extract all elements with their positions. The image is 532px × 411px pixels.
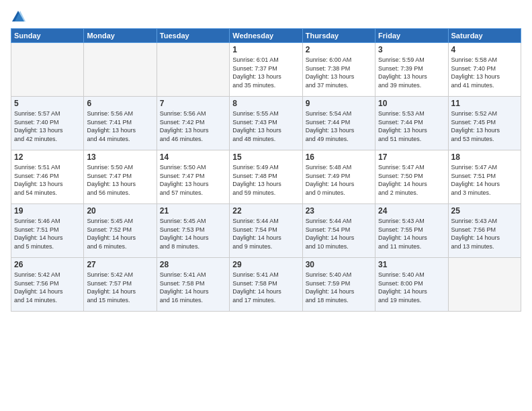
day-number: 25 [451, 206, 518, 216]
day-info: Sunrise: 6:00 AM Sunset: 7:38 PM Dayligh… [306, 56, 372, 89]
calendar-day-cell: 30Sunrise: 5:40 AM Sunset: 7:59 PM Dayli… [302, 258, 375, 312]
calendar-day-cell: 15Sunrise: 5:49 AM Sunset: 7:48 PM Dayli… [230, 150, 302, 204]
calendar-day-cell: 22Sunrise: 5:44 AM Sunset: 7:54 PM Dayli… [230, 204, 302, 258]
calendar-day-cell: 3Sunrise: 5:59 AM Sunset: 7:39 PM Daylig… [375, 43, 448, 97]
day-info: Sunrise: 5:42 AM Sunset: 7:56 PM Dayligh… [14, 271, 81, 304]
calendar-day-cell: 14Sunrise: 5:50 AM Sunset: 7:47 PM Dayli… [157, 150, 229, 204]
calendar-table: SundayMondayTuesdayWednesdayThursdayFrid… [11, 28, 521, 312]
day-number: 28 [160, 260, 226, 269]
day-info: Sunrise: 5:41 AM Sunset: 7:58 PM Dayligh… [160, 271, 226, 304]
day-number: 19 [14, 206, 81, 216]
day-number: 29 [232, 260, 299, 269]
day-info: Sunrise: 5:57 AM Sunset: 7:40 PM Dayligh… [14, 109, 81, 143]
calendar-day-cell: 27Sunrise: 5:42 AM Sunset: 7:57 PM Dayli… [84, 258, 157, 312]
day-number: 31 [378, 260, 445, 269]
day-info: Sunrise: 5:44 AM Sunset: 7:54 PM Dayligh… [306, 217, 372, 250]
calendar-day-cell: 4Sunrise: 5:58 AM Sunset: 7:40 PM Daylig… [448, 43, 521, 97]
logo-area [11, 8, 28, 24]
day-info: Sunrise: 5:54 AM Sunset: 7:44 PM Dayligh… [306, 109, 372, 143]
calendar-day-cell: 28Sunrise: 5:41 AM Sunset: 7:58 PM Dayli… [157, 258, 229, 312]
day-info: Sunrise: 5:43 AM Sunset: 7:56 PM Dayligh… [451, 217, 518, 250]
day-info: Sunrise: 5:47 AM Sunset: 7:51 PM Dayligh… [451, 163, 518, 197]
calendar-week-row: 1Sunrise: 6:01 AM Sunset: 7:37 PM Daylig… [11, 43, 521, 97]
calendar-day-cell: 16Sunrise: 5:48 AM Sunset: 7:49 PM Dayli… [302, 150, 375, 204]
day-number: 23 [306, 206, 372, 216]
day-info: Sunrise: 5:45 AM Sunset: 7:53 PM Dayligh… [160, 217, 226, 250]
calendar-day-cell: 20Sunrise: 5:45 AM Sunset: 7:52 PM Dayli… [84, 204, 157, 258]
day-number: 18 [451, 152, 518, 162]
calendar-day-header: Thursday [302, 29, 375, 43]
calendar-day-cell: 11Sunrise: 5:52 AM Sunset: 7:45 PM Dayli… [448, 97, 521, 150]
day-info: Sunrise: 5:56 AM Sunset: 7:42 PM Dayligh… [160, 109, 226, 143]
day-info: Sunrise: 5:50 AM Sunset: 7:47 PM Dayligh… [160, 163, 226, 197]
calendar-day-header: Monday [84, 29, 157, 43]
day-info: Sunrise: 5:47 AM Sunset: 7:50 PM Dayligh… [378, 163, 445, 197]
day-number: 7 [160, 99, 226, 108]
day-info: Sunrise: 6:01 AM Sunset: 7:37 PM Dayligh… [232, 56, 299, 89]
day-info: Sunrise: 5:56 AM Sunset: 7:41 PM Dayligh… [87, 109, 153, 143]
calendar-day-cell: 23Sunrise: 5:44 AM Sunset: 7:54 PM Dayli… [302, 204, 375, 258]
day-info: Sunrise: 5:58 AM Sunset: 7:40 PM Dayligh… [451, 56, 518, 89]
day-number: 11 [451, 99, 518, 108]
day-number: 15 [232, 152, 299, 162]
calendar-day-cell: 10Sunrise: 5:53 AM Sunset: 7:44 PM Dayli… [375, 97, 448, 150]
day-info: Sunrise: 5:59 AM Sunset: 7:39 PM Dayligh… [378, 56, 445, 89]
day-info: Sunrise: 5:52 AM Sunset: 7:45 PM Dayligh… [451, 109, 518, 143]
calendar-day-cell [157, 43, 229, 97]
calendar-day-cell: 12Sunrise: 5:51 AM Sunset: 7:46 PM Dayli… [11, 150, 84, 204]
day-info: Sunrise: 5:41 AM Sunset: 7:58 PM Dayligh… [232, 271, 299, 304]
day-number: 24 [378, 206, 445, 216]
day-number: 17 [378, 152, 445, 162]
day-info: Sunrise: 5:45 AM Sunset: 7:52 PM Dayligh… [87, 217, 153, 250]
day-number: 21 [160, 206, 226, 216]
header [11, 8, 521, 24]
calendar-week-row: 12Sunrise: 5:51 AM Sunset: 7:46 PM Dayli… [11, 150, 521, 204]
calendar-day-cell: 7Sunrise: 5:56 AM Sunset: 7:42 PM Daylig… [157, 97, 229, 150]
logo-icon [11, 9, 26, 24]
day-number: 1 [232, 45, 299, 54]
day-number: 8 [232, 99, 299, 108]
day-number: 2 [306, 45, 372, 54]
calendar-day-header: Friday [375, 29, 448, 43]
day-number: 16 [306, 152, 372, 162]
day-info: Sunrise: 5:55 AM Sunset: 7:43 PM Dayligh… [232, 109, 299, 143]
day-info: Sunrise: 5:42 AM Sunset: 7:57 PM Dayligh… [87, 271, 153, 304]
day-number: 20 [87, 206, 153, 216]
calendar-day-cell: 8Sunrise: 5:55 AM Sunset: 7:43 PM Daylig… [230, 97, 302, 150]
day-number: 6 [87, 99, 153, 108]
calendar-day-header: Tuesday [157, 29, 229, 43]
day-number: 26 [14, 260, 81, 269]
calendar-day-cell [11, 43, 84, 97]
day-info: Sunrise: 5:48 AM Sunset: 7:49 PM Dayligh… [306, 163, 372, 197]
calendar-day-cell: 6Sunrise: 5:56 AM Sunset: 7:41 PM Daylig… [84, 97, 157, 150]
day-info: Sunrise: 5:50 AM Sunset: 7:47 PM Dayligh… [87, 163, 153, 197]
day-number: 9 [306, 99, 372, 108]
day-number: 4 [451, 45, 518, 54]
calendar-day-cell: 18Sunrise: 5:47 AM Sunset: 7:51 PM Dayli… [448, 150, 521, 204]
day-number: 10 [378, 99, 445, 108]
calendar-day-cell [448, 258, 521, 312]
day-info: Sunrise: 5:44 AM Sunset: 7:54 PM Dayligh… [232, 217, 299, 250]
day-number: 27 [87, 260, 153, 269]
calendar-day-cell [84, 43, 157, 97]
day-info: Sunrise: 5:43 AM Sunset: 7:55 PM Dayligh… [378, 217, 445, 250]
calendar-day-cell: 25Sunrise: 5:43 AM Sunset: 7:56 PM Dayli… [448, 204, 521, 258]
day-info: Sunrise: 5:40 AM Sunset: 8:00 PM Dayligh… [378, 271, 445, 304]
day-info: Sunrise: 5:53 AM Sunset: 7:44 PM Dayligh… [378, 109, 445, 143]
calendar-day-cell: 21Sunrise: 5:45 AM Sunset: 7:53 PM Dayli… [157, 204, 229, 258]
calendar-day-cell: 26Sunrise: 5:42 AM Sunset: 7:56 PM Dayli… [11, 258, 84, 312]
day-info: Sunrise: 5:46 AM Sunset: 7:51 PM Dayligh… [14, 217, 81, 250]
calendar-day-cell: 31Sunrise: 5:40 AM Sunset: 8:00 PM Dayli… [375, 258, 448, 312]
calendar-day-header: Sunday [11, 29, 84, 43]
day-number: 3 [378, 45, 445, 54]
calendar-week-row: 19Sunrise: 5:46 AM Sunset: 7:51 PM Dayli… [11, 204, 521, 258]
day-number: 22 [232, 206, 299, 216]
calendar-header-row: SundayMondayTuesdayWednesdayThursdayFrid… [11, 29, 521, 43]
day-number: 13 [87, 152, 153, 162]
calendar-week-row: 26Sunrise: 5:42 AM Sunset: 7:56 PM Dayli… [11, 258, 521, 312]
day-number: 12 [14, 152, 81, 162]
calendar-day-header: Saturday [448, 29, 521, 43]
calendar-day-cell: 9Sunrise: 5:54 AM Sunset: 7:44 PM Daylig… [302, 97, 375, 150]
calendar-day-cell: 29Sunrise: 5:41 AM Sunset: 7:58 PM Dayli… [230, 258, 302, 312]
calendar-day-cell: 5Sunrise: 5:57 AM Sunset: 7:40 PM Daylig… [11, 97, 84, 150]
